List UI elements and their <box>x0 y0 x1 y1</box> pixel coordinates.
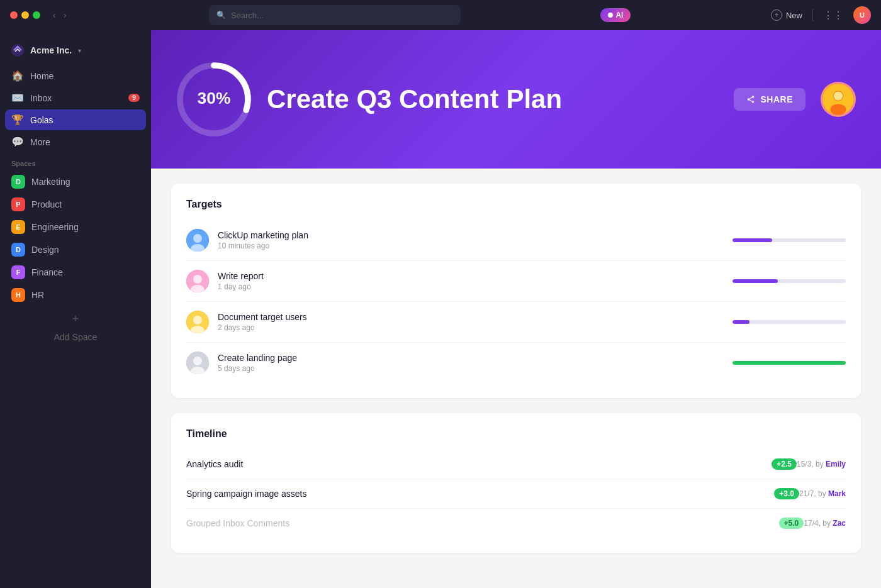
hero-header: 30% Create Q3 Content Plan SHARE <box>151 30 881 169</box>
hr-badge: H <box>11 288 25 302</box>
search-placeholder: Search... <box>231 11 453 20</box>
title-bar: ‹ › 🔍 Search... AI + New ⋮⋮ U <box>0 0 881 30</box>
goals-icon: 🏆 <box>11 114 24 126</box>
spaces-nav: D Marketing P Product E Engineering D De… <box>0 171 151 306</box>
timeline-name-3: Grouped Inbox Comments <box>186 518 773 528</box>
share-icon <box>746 95 755 104</box>
target-time-2: 1 day ago <box>218 282 724 291</box>
timeline-name-2: Spring campaign image assets <box>186 489 768 499</box>
svg-point-5 <box>831 104 846 115</box>
marketing-badge: D <box>11 175 25 189</box>
forward-arrow[interactable]: › <box>61 9 69 21</box>
timeline-item-1: Analytics audit +2.5 15/3, by Emily <box>186 450 846 479</box>
svg-point-14 <box>193 316 202 325</box>
traffic-lights <box>10 11 40 19</box>
timeline-item-3: Grouped Inbox Comments +5.0 17/4, by Zac <box>186 509 846 538</box>
workspace-chevron-icon: ▾ <box>78 47 81 54</box>
progress-percent: 30% <box>198 89 231 108</box>
back-arrow[interactable]: ‹ <box>50 9 59 21</box>
sidebar-item-inbox[interactable]: ✉️ Inbox 9 <box>5 87 146 108</box>
sidebar-item-more[interactable]: 💬 More <box>5 131 146 152</box>
target-info-1: ClickUp marketing plan 10 minutes ago <box>218 230 724 250</box>
user-avatar[interactable]: U <box>853 6 871 24</box>
design-badge: D <box>11 243 25 257</box>
target-time-4: 5 days ago <box>218 364 724 373</box>
hero-user-avatar[interactable] <box>821 82 856 117</box>
engineering-badge: E <box>11 220 25 234</box>
sidebar-label-goals: Golas <box>30 115 140 125</box>
content-area: 30% Create Q3 Content Plan SHARE <box>151 30 881 588</box>
workspace-logo-icon <box>10 43 25 58</box>
space-item-hr[interactable]: H HR <box>5 284 146 306</box>
hero-avatar-image <box>822 82 854 117</box>
timeline-date-1: 15/3, by Emily <box>797 460 846 469</box>
workspace-header[interactable]: Acme Inc. ▾ <box>0 38 151 65</box>
grid-icon[interactable]: ⋮⋮ <box>823 9 843 21</box>
target-time-3: 2 days ago <box>218 323 724 332</box>
target-item-4: Create landing page 5 days ago <box>186 343 846 383</box>
target-info-3: Document target users 2 days ago <box>218 312 724 332</box>
divider <box>812 9 813 21</box>
main-layout: Acme Inc. ▾ 🏠 Home ✉️ Inbox 9 🏆 Golas 💬 … <box>0 30 881 588</box>
hero-title: Create Q3 Content Plan <box>267 84 719 114</box>
search-icon: 🔍 <box>216 11 226 19</box>
minimize-button[interactable] <box>21 11 29 19</box>
target-progress-1 <box>732 238 846 242</box>
main-content: Targets ClickUp marketing plan 10 minute… <box>151 169 881 588</box>
svg-point-11 <box>193 275 202 284</box>
close-button[interactable] <box>10 11 18 19</box>
progress-circle: 30% <box>176 62 252 137</box>
spaces-section-label: Spaces <box>0 152 151 171</box>
sidebar: Acme Inc. ▾ 🏠 Home ✉️ Inbox 9 🏆 Golas 💬 … <box>0 30 151 588</box>
space-label-marketing: Marketing <box>31 177 70 187</box>
space-item-engineering[interactable]: E Engineering <box>5 216 146 238</box>
space-label-finance: Finance <box>31 267 63 277</box>
search-bar[interactable]: 🔍 Search... <box>209 5 461 25</box>
target-progress-4 <box>732 361 846 365</box>
ai-dot-icon <box>608 13 613 18</box>
target-item-3: Document target users 2 days ago <box>186 302 846 343</box>
new-label: New <box>786 11 802 20</box>
share-button[interactable]: SHARE <box>734 88 805 111</box>
target-time-1: 10 minutes ago <box>218 241 724 250</box>
space-item-product[interactable]: P Product <box>5 194 146 215</box>
timeline-date-2: 21/7, by Mark <box>799 489 846 498</box>
space-label-hr: HR <box>31 290 44 300</box>
new-button[interactable]: + New <box>771 9 802 21</box>
space-item-marketing[interactable]: D Marketing <box>5 171 146 192</box>
timeline-tag-3: +5.0 <box>779 518 804 529</box>
add-space-button[interactable]: + Add Space <box>0 308 151 346</box>
inbox-icon: ✉️ <box>11 92 24 104</box>
timeline-name-1: Analytics audit <box>186 459 765 469</box>
target-name-4: Create landing page <box>218 353 724 363</box>
target-progress-2 <box>732 279 846 283</box>
new-plus-icon: + <box>771 9 782 21</box>
target-progress-3 <box>732 320 846 324</box>
add-space-plus-icon: + <box>69 312 82 326</box>
maximize-button[interactable] <box>33 11 40 19</box>
sidebar-label-inbox: Inbox <box>30 93 122 103</box>
space-label-engineering: Engineering <box>31 222 79 232</box>
sidebar-label-home: Home <box>30 71 140 81</box>
sidebar-item-goals[interactable]: 🏆 Golas <box>5 109 146 130</box>
target-name-2: Write report <box>218 271 724 281</box>
targets-card: Targets ClickUp marketing plan 10 minute… <box>171 184 861 398</box>
share-label: SHARE <box>760 94 793 104</box>
svg-point-8 <box>193 234 202 243</box>
sidebar-item-home[interactable]: 🏠 Home <box>5 65 146 86</box>
home-icon: 🏠 <box>11 70 24 82</box>
space-item-finance[interactable]: F Finance <box>5 262 146 283</box>
title-bar-right: + New ⋮⋮ U <box>771 6 871 24</box>
target-name-1: ClickUp marketing plan <box>218 230 724 240</box>
nav-arrows: ‹ › <box>50 9 69 21</box>
timeline-tag-2: +3.0 <box>774 488 799 499</box>
space-item-design[interactable]: D Design <box>5 239 146 260</box>
timeline-card: Timeline Analytics audit +2.5 15/3, by E… <box>171 413 861 553</box>
workspace-name: Acme Inc. <box>30 45 72 55</box>
sidebar-label-more: More <box>30 137 140 147</box>
target-avatar-1 <box>186 229 209 252</box>
ai-button[interactable]: AI <box>600 8 631 22</box>
sidebar-nav: 🏠 Home ✉️ Inbox 9 🏆 Golas 💬 More <box>0 65 151 152</box>
target-item-1: ClickUp marketing plan 10 minutes ago <box>186 220 846 261</box>
svg-point-6 <box>834 92 843 101</box>
